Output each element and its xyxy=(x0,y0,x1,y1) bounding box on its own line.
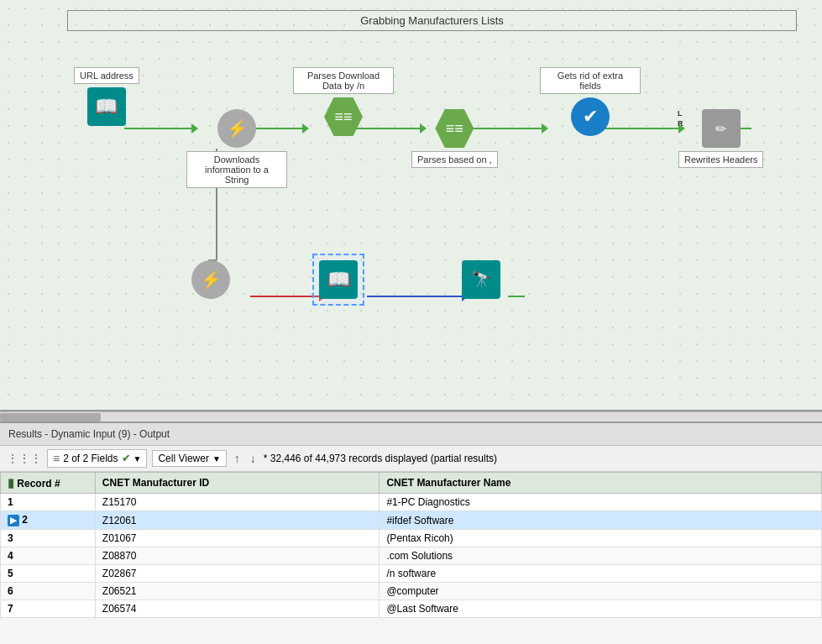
node-gets-rid[interactable]: Gets rid of extra fields ✔ xyxy=(540,67,641,136)
cell-record: ▶ 2 xyxy=(1,511,96,530)
node-lightning2-icon: ⚡ xyxy=(191,260,230,299)
cell-name: #1-PC Diagnostics xyxy=(380,494,822,511)
col-name-label: CNET Manufacturer Name xyxy=(386,477,510,489)
cell-name: /n software xyxy=(380,565,822,583)
cell-name: @computer xyxy=(380,583,822,600)
col-header-name[interactable]: CNET Manufacturer Name xyxy=(380,473,822,494)
node-rewrites-icon: ✏ xyxy=(702,109,741,148)
cell-viewer-label: Cell Viewer xyxy=(158,453,208,464)
table-row[interactable]: 3Z01067(Pentax Ricoh) xyxy=(1,530,822,547)
fields-label: 2 of 2 Fields xyxy=(63,453,118,464)
node-rewrites-label: Rewrites Headers xyxy=(678,151,763,168)
cell-viewer-dropdown[interactable]: Cell Viewer ▼ xyxy=(152,450,226,467)
data-table: ▮ Record # CNET Manufacturer ID CNET Man… xyxy=(0,472,822,618)
table-row[interactable]: 4Z08870.com Solutions xyxy=(1,547,822,565)
connector-lines xyxy=(0,0,822,410)
table-row[interactable]: 5Z02867/n software xyxy=(1,565,822,583)
col-id-label: CNET Manufacturer ID xyxy=(102,477,209,489)
drag-handle[interactable]: ⋮⋮⋮ xyxy=(7,453,42,464)
cell-record: 3 xyxy=(1,530,96,547)
cell-name: .com Solutions xyxy=(380,547,822,565)
cell-id: Z01067 xyxy=(95,530,380,547)
output-l-label: L xyxy=(678,109,683,118)
cell-name: #ifdef Software xyxy=(380,511,822,530)
sort-up-button[interactable]: ↑ xyxy=(232,451,243,466)
workflow-canvas: Grabbing Manufacturers Lists xyxy=(0,0,822,411)
row-selected-indicator: ▶ xyxy=(8,515,19,526)
node-parses-download-label: Parses Download Data by /n xyxy=(293,67,394,94)
fields-list-icon: ≡ xyxy=(53,452,60,465)
record-col-icon: ▮ xyxy=(8,476,14,490)
node-parses-comma[interactable]: ≡≡ Parses based on , xyxy=(411,109,498,171)
node-lightning2[interactable]: ⚡ xyxy=(191,260,230,299)
output-r-label: R xyxy=(678,119,683,128)
cell-id: Z08870 xyxy=(95,547,380,565)
records-info: * 32,446 of 44,973 records displayed (pa… xyxy=(264,453,497,464)
node-parses-comma-icon: ≡≡ xyxy=(435,109,474,148)
node-parses-download-icon: ≡≡ xyxy=(324,97,363,136)
col-record-label: Record # xyxy=(17,478,60,490)
node-binoculars-icon: 🔭 xyxy=(462,260,500,299)
fields-check-icon: ✔ xyxy=(122,453,130,464)
data-table-container: ▮ Record # CNET Manufacturer ID CNET Man… xyxy=(0,472,822,644)
cell-name: @Last Software xyxy=(380,600,822,618)
cell-record: 4 xyxy=(1,547,96,565)
node-parses-download[interactable]: Parses Download Data by /n ≡≡ xyxy=(293,67,394,136)
cell-record: 5 xyxy=(1,565,96,583)
node-gets-rid-label: Gets rid of extra fields xyxy=(540,67,641,94)
panel-header: Results - Dynamic Input (9) - Output xyxy=(0,423,822,446)
table-row[interactable]: 7Z06574@Last Software xyxy=(1,600,822,618)
cell-record: 7 xyxy=(1,600,96,618)
node-url-label: URL address xyxy=(74,67,139,84)
fields-dropdown[interactable]: ≡ 2 of 2 Fields ✔ ▼ xyxy=(47,449,147,468)
node-parses-comma-label: Parses based on , xyxy=(411,151,498,168)
node-downloads-icon: ⚡ xyxy=(217,109,256,148)
toolbar: ⋮⋮⋮ ≡ 2 of 2 Fields ✔ ▼ Cell Viewer ▼ ↑ … xyxy=(0,446,822,472)
node-join-icon: 📖 xyxy=(319,260,358,299)
table-header-row: ▮ Record # CNET Manufacturer ID CNET Man… xyxy=(1,473,822,494)
col-header-record[interactable]: ▮ Record # xyxy=(1,473,96,494)
node-url-icon: 📖 xyxy=(87,87,126,126)
bottom-panel: Results - Dynamic Input (9) - Output ⋮⋮⋮… xyxy=(0,421,822,644)
node-downloads-label: Downloads information to a String xyxy=(186,151,287,188)
node-downloads[interactable]: ⚡ Downloads information to a String xyxy=(186,109,287,188)
cell-name: (Pentax Ricoh) xyxy=(380,530,822,547)
node-binoculars[interactable]: 🔭 xyxy=(462,260,500,299)
node-join-selection-box[interactable]: 📖 xyxy=(312,254,364,306)
scrollbar-thumb xyxy=(0,413,101,421)
table-row[interactable]: 1Z15170#1-PC Diagnostics xyxy=(1,494,822,511)
title-text: Grabbing Manufacturers Lists xyxy=(360,14,504,27)
cell-id: Z12061 xyxy=(95,511,380,530)
sort-down-button[interactable]: ↓ xyxy=(248,451,259,466)
cell-id: Z06574 xyxy=(95,600,380,618)
cell-viewer-arrow: ▼ xyxy=(212,454,221,463)
panel-header-text: Results - Dynamic Input (9) - Output xyxy=(8,428,170,440)
table-body: 1Z15170#1-PC Diagnostics▶ 2Z12061#ifdef … xyxy=(1,494,822,618)
cell-id: Z02867 xyxy=(95,565,380,583)
node-gets-rid-icon: ✔ xyxy=(571,97,610,136)
table-row[interactable]: ▶ 2Z12061#ifdef Software xyxy=(1,511,822,530)
canvas-scrollbar-horizontal[interactable] xyxy=(0,411,822,421)
fields-dropdown-arrow: ▼ xyxy=(134,454,142,463)
cell-record: 1 xyxy=(1,494,96,511)
col-header-id[interactable]: CNET Manufacturer ID xyxy=(95,473,380,494)
cell-record: 6 xyxy=(1,583,96,600)
node-url-address[interactable]: URL address 📖 xyxy=(74,67,139,126)
cell-id: Z15170 xyxy=(95,494,380,511)
workflow-title: Grabbing Manufacturers Lists xyxy=(67,10,797,31)
table-row[interactable]: 6Z06521@computer xyxy=(1,583,822,600)
cell-id: Z06521 xyxy=(95,583,380,600)
node-rewrites[interactable]: ✏ Rewrites Headers xyxy=(678,109,763,171)
